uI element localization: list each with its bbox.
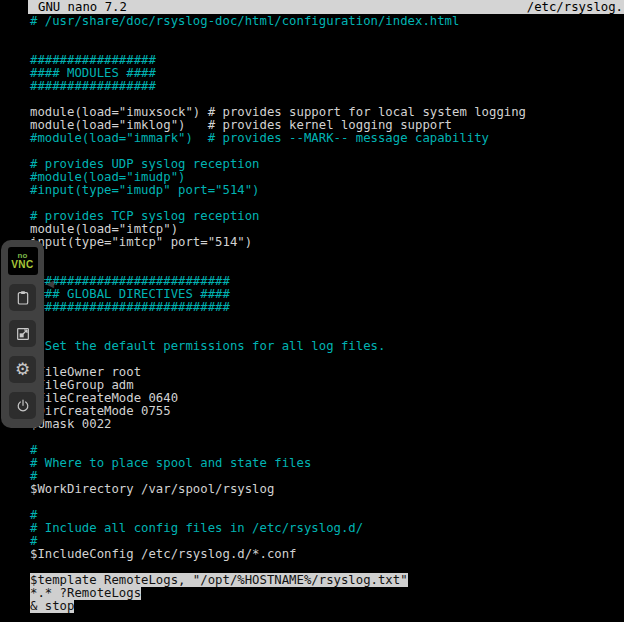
editor-line: [30, 431, 624, 444]
vnc-screen: GNU nano 7.2 /etc/rsyslog. # /usr/share/…: [0, 0, 624, 622]
editor-line: [30, 314, 624, 327]
clipboard-icon: [15, 290, 31, 306]
editor-line: # Where to place spool and state files: [30, 457, 624, 470]
editor-line: # Include all config files in /etc/rsysl…: [30, 522, 624, 535]
nano-version-label: GNU nano 7.2: [38, 0, 127, 14]
control-bar-handle[interactable]: ◀: [44, 276, 56, 292]
editor-buffer[interactable]: # /usr/share/doc/rsyslog-doc/html/config…: [28, 14, 624, 613]
editor-line: #################: [30, 80, 624, 93]
gear-icon: ⚙: [15, 361, 30, 378]
editor-line: $WorkDirectory /var/spool/rsyslog: [30, 483, 624, 496]
editor-line: $Umask 0022: [30, 418, 624, 431]
fullscreen-button[interactable]: [9, 320, 36, 347]
novnc-logo-vnc: VNC: [11, 260, 34, 270]
power-button[interactable]: [9, 392, 36, 419]
file-path-label: /etc/rsyslog.: [527, 0, 623, 14]
editor-line: ###########################: [30, 301, 624, 314]
fullscreen-icon: [15, 326, 31, 342]
power-icon: [15, 398, 31, 414]
editor-line: $DirCreateMode 0755: [30, 405, 624, 418]
editor-line: [30, 496, 624, 509]
editor-line: #module(load="immark") # provides --MARK…: [30, 132, 624, 145]
editor-line: *.* ?RemoteLogs: [30, 587, 624, 600]
editor-line: # Set the default permissions for all lo…: [30, 340, 624, 353]
settings-button[interactable]: ⚙: [9, 356, 36, 383]
editor-line: #input(type="imudp" port="514"): [30, 184, 624, 197]
chevron-left-icon: ◀: [46, 278, 54, 289]
nano-terminal: GNU nano 7.2 /etc/rsyslog. # /usr/share/…: [28, 0, 624, 622]
editor-line: input(type="imtcp" port="514"): [30, 236, 624, 249]
nano-titlebar: GNU nano 7.2 /etc/rsyslog.: [28, 0, 624, 14]
editor-line: # /usr/share/doc/rsyslog-doc/html/config…: [30, 15, 624, 28]
editor-line: $IncludeConfig /etc/rsyslog.d/*.conf: [30, 548, 624, 561]
editor-line: & stop: [30, 600, 624, 613]
editor-line: [30, 249, 624, 262]
novnc-control-bar: no VNC ⚙: [1, 240, 44, 428]
editor-line: [30, 28, 624, 41]
novnc-logo: no VNC: [8, 247, 38, 275]
clipboard-button[interactable]: [9, 284, 36, 311]
